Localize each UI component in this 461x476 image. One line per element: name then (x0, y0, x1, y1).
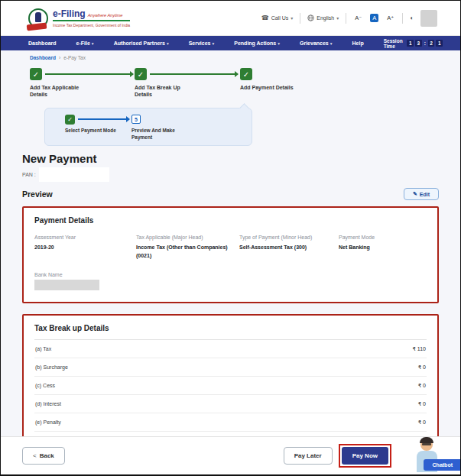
step-add-payment: ✓ Add Payment Details (240, 68, 324, 91)
chevron-down-icon: ▾ (291, 15, 293, 21)
phone-icon: ☎ (261, 15, 269, 21)
back-button[interactable]: < Back (22, 447, 65, 465)
field-assessment-year: Assessment Year 2019-20 (34, 235, 136, 260)
divider (300, 13, 300, 24)
session-colon: : (424, 40, 427, 46)
contrast-toggle-icon[interactable]: ◐ (410, 15, 414, 21)
substep-complete-check-icon: ✓ (65, 115, 75, 125)
chatbot-widget[interactable]: Chatbot (410, 438, 460, 472)
substep-select-payment-mode: Select Payment Mode (65, 128, 125, 134)
breadcrumb: Dashboard › e-Pay Tax (22, 55, 439, 60)
main-navbar: Dashboard e-File ▾ Authorised Partners ▾… (1, 36, 460, 50)
step-complete-check-icon: ✓ (240, 68, 252, 80)
session-digit: 1 (407, 40, 414, 47)
efiling-logo: e-Filing Anywhere Anytime Income Tax Dep… (28, 8, 130, 28)
national-emblem-icon (28, 8, 48, 28)
substep-preview-make-payment: Preview And Make Payment (131, 128, 191, 141)
brand-tagline: Anywhere Anytime (88, 13, 123, 18)
divider (402, 13, 403, 24)
chevron-down-icon: ▾ (213, 41, 215, 46)
chevron-down-icon: ▾ (278, 41, 280, 46)
language-label: English (317, 15, 334, 21)
step-arrow (150, 73, 238, 75)
table-row-cess: (c) Cess ₹ 0 (34, 377, 427, 395)
session-digit: 1 (436, 40, 443, 47)
step-complete-check-icon: ✓ (30, 68, 42, 80)
step-complete-check-icon: ✓ (135, 68, 147, 80)
pan-value-redacted (39, 167, 109, 182)
field-tax-applicable: Tax Applicable (Major Head) Income Tax (… (136, 235, 239, 260)
nav-grievances[interactable]: Grievances ▾ (300, 40, 333, 46)
org-line: Income Tax Department, Government of Ind… (53, 23, 130, 28)
payment-details-grid: Assessment Year 2019-20 Tax Applicable (… (34, 235, 427, 260)
pay-now-highlight-box: Pay Now (339, 444, 391, 468)
step-add-tax-applicable: ✓ Add Tax Applicable Details (30, 68, 114, 99)
nav-efile[interactable]: e-File ▾ (76, 40, 94, 46)
header-utilities: ☎ Call Us ▾ English ▾ A⁻ A A⁺ ◐ (261, 10, 437, 27)
efiling-portal-window: e-Filing Anywhere Anytime Income Tax Dep… (0, 0, 461, 476)
user-avatar[interactable] (420, 10, 437, 27)
preview-row: Preview ✎ Edit (22, 188, 439, 200)
step-arrow (45, 73, 133, 75)
session-timer: Session Time 1 3 : 2 1 (384, 38, 443, 49)
pan-label: PAN : (22, 172, 36, 177)
session-time-label: Session Time (384, 38, 403, 49)
nav-pending-actions[interactable]: Pending Actions ▾ (234, 40, 280, 46)
table-row-penalty: (e) Penalty ₹ 0 (34, 413, 427, 432)
chevron-down-icon: ▾ (92, 41, 94, 46)
breadcrumb-separator: › (59, 55, 60, 60)
field-type-of-payment: Type of Payment (Minor Head) Self-Assess… (239, 235, 339, 260)
language-menu[interactable]: English ▾ (307, 15, 339, 21)
bank-name-redacted (34, 280, 99, 290)
chevron-down-icon: ▾ (330, 41, 333, 46)
nav-dashboard[interactable]: Dashboard (28, 40, 57, 46)
breadcrumb-dashboard-link[interactable]: Dashboard (30, 55, 56, 60)
pan-row: PAN : (22, 167, 439, 182)
substep-current-number: 5 (131, 115, 141, 124)
field-bank-name: Bank Name (34, 272, 427, 293)
font-decrease-button[interactable]: A⁻ (353, 14, 363, 22)
font-normal-button[interactable]: A (370, 14, 378, 22)
substep-arrow (78, 118, 129, 120)
chevron-down-icon: ▾ (336, 15, 339, 21)
session-digit: 3 (415, 40, 422, 47)
font-increase-button[interactable]: A⁺ (385, 14, 395, 22)
chevron-down-icon: ▾ (167, 41, 169, 46)
table-row-surcharge: (b) Surcharge ₹ 0 (34, 358, 427, 377)
brand-name: e-Filing (53, 8, 86, 19)
chevron-left-icon: < (33, 452, 37, 459)
pay-later-button[interactable]: Pay Later (284, 447, 333, 465)
footer-actions: < Back Pay Later Pay Now (1, 436, 460, 474)
chatbot-tab[interactable]: Chatbot (424, 459, 460, 471)
payment-substeps-panel: ✓ 5 Select Payment Mode Preview And Make… (44, 108, 252, 146)
nav-authorised-partners[interactable]: Authorised Partners ▾ (114, 40, 169, 46)
nav-services[interactable]: Services ▾ (189, 40, 215, 46)
tax-breakup-title: Tax Break up Details (34, 324, 427, 340)
header: e-Filing Anywhere Anytime Income Tax Dep… (1, 1, 460, 36)
globe-icon (307, 15, 314, 21)
progress-stepper: ✓ Add Tax Applicable Details ✓ Add Tax B… (30, 68, 439, 105)
call-us-menu[interactable]: ☎ Call Us ▾ (261, 15, 294, 21)
session-digit: 2 (428, 40, 435, 47)
call-us-label: Call Us (271, 15, 289, 21)
table-row-tax: (a) Tax ₹ 110 (34, 340, 427, 358)
payment-details-title: Payment Details (34, 216, 427, 225)
field-payment-mode: Payment Mode Net Banking (339, 235, 427, 260)
main-content: Dashboard › e-Pay Tax ✓ Add Tax Applicab… (1, 50, 460, 476)
page-title: New Payment (22, 152, 439, 165)
divider (346, 13, 346, 24)
payment-details-card: Payment Details Assessment Year 2019-20 … (22, 206, 439, 303)
preview-heading: Preview (22, 189, 53, 199)
pencil-icon: ✎ (413, 191, 417, 197)
table-row-interest: (d) Interest ₹ 0 (34, 395, 427, 413)
edit-button[interactable]: ✎ Edit (404, 188, 439, 200)
pay-now-button[interactable]: Pay Now (342, 447, 388, 465)
nav-help[interactable]: Help (352, 40, 364, 46)
step-add-tax-breakup: ✓ Add Tax Break Up Details (135, 68, 219, 99)
breadcrumb-current: e-Pay Tax (63, 55, 86, 60)
